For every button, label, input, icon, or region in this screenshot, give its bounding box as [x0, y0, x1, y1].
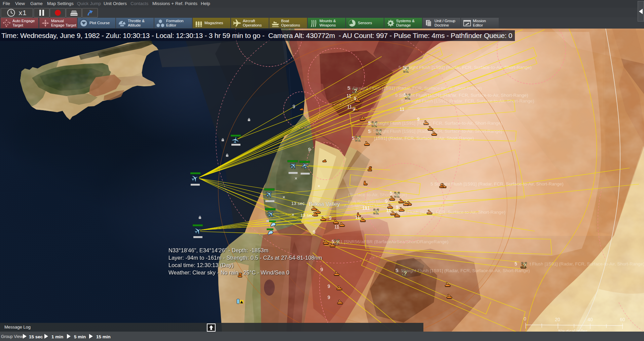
svg-text:5 Straight Flush [1S91] (Radar: 5 Straight Flush [1S91] (Radar, FCR, Sur…: [399, 65, 531, 70]
svg-text:Layer: -94m to -161m - Strengt: Layer: -94m to -161m - Strength: 0.5 - C…: [168, 255, 322, 261]
svg-text:5: 5: [403, 65, 406, 71]
svg-text:×: ×: [282, 195, 285, 200]
svg-text:5: 5: [332, 239, 334, 244]
svg-text:60: 60: [620, 317, 625, 322]
svg-text:×: ×: [295, 176, 297, 181]
svg-text:5: 5: [368, 129, 371, 134]
svg-text:Weather: Clear sky - No rain -: Weather: Clear sky - No rain - 25°C - Wi…: [168, 269, 289, 275]
svg-text:5: 5: [368, 120, 371, 126]
svg-text:5: 5: [395, 268, 398, 273]
svg-text:Bekaa Valley: Bekaa Valley: [309, 201, 340, 207]
svg-text:11 [SNR56/aFBR (BarfaceAirSea/: 11 [SNR56/aFBR (BarfaceAirSea/ShortDRang…: [338, 239, 448, 244]
svg-text:5 Straight Flush [1S91] (Radar: 5 Straight Flush [1S91] (Radar, FCR, Sur…: [401, 98, 534, 103]
svg-text:N33°18'46", E34°14'26" - Depth: N33°18'46", E34°14'26" - Depth: -1853m: [168, 247, 268, 253]
svg-text:13 sec: 13 sec: [291, 201, 305, 206]
svg-text:5: 5: [347, 85, 350, 91]
svg-text:11: 11: [386, 208, 391, 213]
svg-text:9: 9: [354, 96, 356, 101]
svg-text:9: 9: [329, 215, 332, 221]
svg-text:5 Straight Flush [1S91] (Radar: 5 Straight Flush [1S91] (Radar, FCR, Sur…: [395, 93, 528, 98]
svg-text:9: 9: [313, 229, 315, 235]
svg-text:5: 5: [515, 261, 517, 266]
svg-text:9: 9: [417, 117, 420, 122]
svg-text:40: 40: [588, 317, 593, 322]
svg-text:5 Straight Flush [1S91] (Radar: 5 Straight Flush [1S91] (Radar, FCR, Sur…: [397, 268, 530, 273]
svg-text:0: 0: [524, 316, 526, 322]
svg-text:11: 11: [334, 224, 339, 229]
svg-text:9: 9: [352, 106, 355, 112]
svg-text:5 Straight Flush [1S91] (Radar: 5 Straight Flush [1S91] (Radar, FCR, Sur…: [430, 181, 563, 186]
svg-text:9: 9: [308, 147, 311, 152]
svg-text:5 Straight Flush [1S91] (Radar: 5 Straight Flush [1S91] (Radar, FCR, Sur…: [369, 121, 502, 126]
svg-text:×: ×: [292, 212, 294, 217]
svg-text:9: 9: [328, 284, 330, 289]
svg-text:9: 9: [328, 295, 330, 300]
svg-text:×: ×: [317, 183, 320, 189]
svg-text:13 sec: 13 sec: [300, 213, 314, 218]
svg-text:5: 5: [404, 92, 406, 97]
svg-text:9: 9: [293, 104, 295, 109]
svg-text:9: 9: [396, 205, 399, 210]
svg-text:9: 9: [320, 267, 323, 272]
svg-text:11: 11: [355, 215, 360, 220]
svg-text:20: 20: [555, 317, 560, 322]
svg-text:9: 9: [385, 199, 388, 204]
svg-text:5 Straight Flush [1S91] (Radar: 5 Straight Flush [1S91] (Radar, FCR, Sur…: [349, 86, 482, 91]
svg-text:[1S91] (Radar, FCR, Surface-to: [1S91] (Radar, FCR, Surface-to-Air, Shor…: [374, 136, 474, 141]
svg-text:11: 11: [400, 106, 405, 112]
svg-text:11: 11: [365, 205, 370, 211]
svg-text:9 Straight Flush (Radar, FCR,: 9 Straight Flush (Radar, FCR, Surface-to…: [387, 210, 505, 215]
svg-text:11: 11: [346, 93, 351, 98]
svg-text:Local time: 12:30:13 (Day): Local time: 12:30:13 (Day): [168, 262, 234, 268]
svg-text:5: 5: [390, 190, 392, 196]
svg-text:5: 5: [352, 135, 354, 141]
svg-text:5 Straight Flush [1S91] (Radar: 5 Straight Flush [1S91] (Radar, FCR, Sur…: [369, 129, 502, 134]
svg-text:(Surface-to-Air, Short-Range): (Surface-to-Air, Short-Range): [348, 192, 407, 197]
svg-text:t Flush [1S91] (Radar, FCR, Su: t Flush [1S91] (Radar, FCR, Surface-to-A…: [530, 261, 644, 266]
svg-text:11: 11: [347, 104, 352, 110]
